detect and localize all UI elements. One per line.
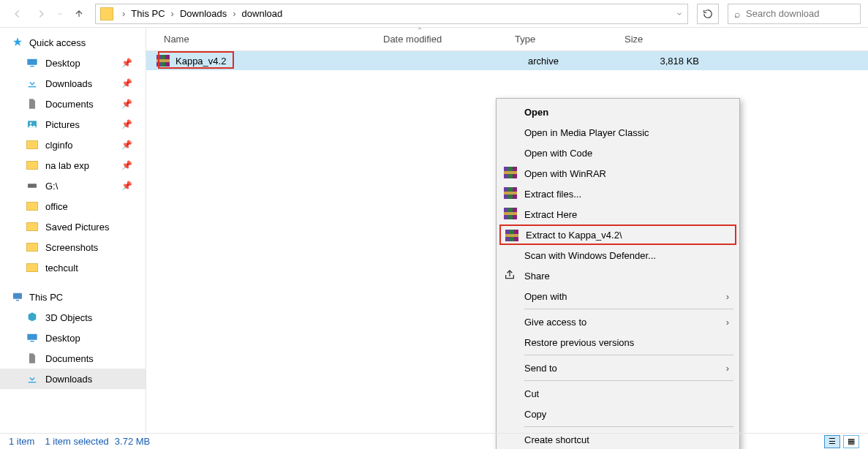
document-icon bbox=[26, 98, 38, 110]
pictures-icon bbox=[26, 118, 38, 130]
column-name[interactable]: Name bbox=[156, 34, 383, 45]
svg-rect-11 bbox=[29, 382, 37, 382]
submenu-arrow-icon: › bbox=[726, 291, 729, 302]
sidebar-item-screenshots[interactable]: Screenshots bbox=[0, 237, 146, 257]
column-size[interactable]: Size bbox=[624, 34, 698, 45]
ctx-label: Open with bbox=[524, 291, 567, 302]
sidebar-item-3dobjects[interactable]: 3D Objects bbox=[0, 307, 146, 328]
sidebar-item-techcult[interactable]: techcult bbox=[0, 257, 146, 278]
ctx-give-access[interactable]: Give access to › bbox=[497, 312, 739, 332]
pc-icon bbox=[12, 291, 23, 303]
ctx-cut[interactable]: Cut bbox=[497, 383, 739, 404]
breadcrumb-download[interactable]: download bbox=[239, 8, 286, 19]
share-icon bbox=[504, 269, 517, 282]
sidebar-item-label: G:\ bbox=[45, 181, 58, 192]
sidebar-item-pc-desktop[interactable]: Desktop bbox=[0, 328, 146, 348]
column-date[interactable]: Date modified bbox=[383, 34, 515, 45]
download-icon bbox=[26, 78, 38, 89]
ctx-label: Share bbox=[524, 271, 550, 282]
pin-icon: 📌 bbox=[121, 99, 132, 109]
ctx-open-winrar[interactable]: Open with WinRAR bbox=[497, 163, 739, 184]
svg-point-4 bbox=[30, 122, 32, 124]
svg-rect-1 bbox=[30, 66, 34, 67]
svg-rect-0 bbox=[27, 59, 37, 65]
sidebar-item-label: Saved Pictures bbox=[45, 222, 109, 233]
sidebar-item-nalabexp[interactable]: na lab exp 📌 bbox=[0, 155, 146, 176]
svg-rect-2 bbox=[29, 86, 37, 87]
ctx-send-to[interactable]: Send to › bbox=[497, 358, 739, 378]
svg-rect-8 bbox=[16, 300, 19, 301]
view-details-button[interactable]: ☰ bbox=[824, 435, 840, 448]
sidebar-item-savedpictures[interactable]: Saved Pictures bbox=[0, 216, 146, 237]
defender-icon bbox=[504, 249, 517, 262]
sidebar-item-desktop[interactable]: Desktop 📌 bbox=[0, 53, 146, 73]
ctx-open[interactable]: Open bbox=[497, 102, 739, 122]
sidebar-item-pc-documents[interactable]: Documents bbox=[0, 348, 146, 369]
navigation-pane: Quick access Desktop 📌 Downloads 📌 Docum… bbox=[0, 28, 146, 433]
winrar-icon bbox=[504, 187, 517, 200]
sidebar-item-clginfo[interactable]: clginfo 📌 bbox=[0, 135, 146, 155]
recent-locations-dropdown[interactable] bbox=[54, 4, 66, 24]
refresh-button[interactable] bbox=[697, 4, 719, 24]
sidebar-item-label: clginfo bbox=[45, 140, 73, 151]
sidebar-item-label: 3D Objects bbox=[45, 312, 92, 323]
folder-icon bbox=[26, 222, 38, 231]
status-selected-size: 3.72 MB bbox=[115, 436, 150, 447]
view-large-icons-button[interactable]: ▦ bbox=[843, 435, 859, 448]
ctx-label: Extract Here bbox=[524, 209, 577, 220]
ctx-open-with[interactable]: Open with › bbox=[497, 286, 739, 306]
column-type[interactable]: Type bbox=[515, 34, 624, 45]
ctx-extract-to-folder[interactable]: Extract to Kappa_v4.2\ bbox=[499, 224, 736, 245]
svg-point-6 bbox=[34, 185, 36, 186]
breadcrumb-root[interactable]: This PC bbox=[128, 8, 167, 19]
sidebar-item-label: Documents bbox=[45, 353, 94, 364]
back-button[interactable] bbox=[7, 4, 28, 24]
ctx-label: Extract to Kappa_v4.2\ bbox=[526, 230, 622, 241]
ctx-label: Send to bbox=[524, 363, 557, 374]
address-dropdown-icon[interactable] bbox=[676, 9, 683, 20]
sidebar-item-documents[interactable]: Documents 📌 bbox=[0, 94, 146, 114]
details-view-icon: ☰ bbox=[829, 437, 836, 445]
sidebar-item-label: Downloads bbox=[45, 78, 92, 89]
address-bar[interactable]: › This PC › Downloads › download bbox=[95, 4, 688, 24]
file-type: archive bbox=[528, 56, 638, 67]
forward-button[interactable] bbox=[31, 4, 51, 24]
sidebar-item-office[interactable]: office bbox=[0, 196, 146, 216]
breadcrumb-downloads[interactable]: Downloads bbox=[177, 8, 230, 19]
ctx-open-code[interactable]: Open with Code bbox=[497, 143, 739, 163]
up-button[interactable] bbox=[69, 4, 89, 24]
this-pc-header[interactable]: This PC bbox=[0, 287, 146, 307]
ctx-share[interactable]: Share bbox=[497, 265, 739, 286]
search-placeholder: Search download bbox=[746, 8, 819, 19]
status-bar: 1 item 1 item selected 3.72 MB ☰ ▦ bbox=[0, 433, 868, 449]
ctx-restore-versions[interactable]: Restore previous versions bbox=[497, 332, 739, 352]
sidebar-item-downloads[interactable]: Downloads 📌 bbox=[0, 73, 146, 94]
this-pc-label: This PC bbox=[29, 292, 63, 303]
sidebar-item-label: techcult bbox=[45, 263, 78, 273]
sidebar-item-pictures[interactable]: Pictures 📌 bbox=[0, 114, 146, 135]
sort-indicator-icon: ⌃ bbox=[417, 26, 423, 34]
cube-icon bbox=[26, 312, 38, 323]
svg-rect-9 bbox=[27, 334, 37, 340]
sidebar-item-label: Screenshots bbox=[45, 242, 98, 253]
file-row[interactable]: Kappa_v4.2 archive 3,818 KB bbox=[146, 51, 868, 70]
submenu-arrow-icon: › bbox=[726, 317, 729, 328]
ctx-label: Extract files... bbox=[524, 189, 581, 200]
svg-rect-7 bbox=[13, 293, 22, 299]
ctx-scan-defender[interactable]: Scan with Windows Defender... bbox=[497, 245, 739, 265]
toolbar: › This PC › Downloads › download ⌕ Searc… bbox=[0, 0, 868, 28]
sidebar-item-label: office bbox=[45, 201, 68, 212]
large-icons-icon: ▦ bbox=[848, 437, 855, 445]
search-input[interactable]: ⌕ Search download bbox=[728, 4, 861, 24]
ctx-extract-files[interactable]: Extract files... bbox=[497, 184, 739, 204]
pin-icon: 📌 bbox=[121, 58, 132, 68]
sidebar-item-gdrive[interactable]: G:\ 📌 bbox=[0, 176, 146, 196]
folder-icon bbox=[26, 243, 38, 252]
ctx-open-mpc[interactable]: Open in Media Player Classic bbox=[497, 122, 739, 143]
ctx-copy[interactable]: Copy bbox=[497, 404, 739, 424]
file-name: Kappa_v4.2 bbox=[176, 56, 396, 67]
ctx-extract-here[interactable]: Extract Here bbox=[497, 204, 739, 224]
sidebar-item-pc-downloads[interactable]: Downloads bbox=[0, 369, 146, 389]
quick-access-header[interactable]: Quick access bbox=[0, 32, 146, 53]
separator bbox=[524, 309, 733, 309]
